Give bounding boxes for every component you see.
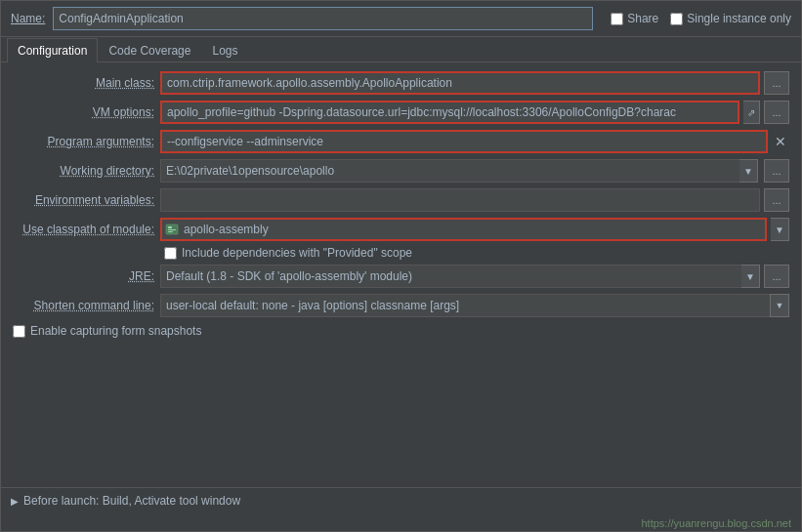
vm-options-input-wrap: ⇗ ...	[160, 101, 789, 124]
program-args-row: Program arguments: ✕	[13, 129, 789, 154]
vm-options-row: VM options: ⇗ ...	[13, 100, 789, 125]
jre-label: JRE:	[13, 269, 154, 283]
tabs-bar: Configuration Code Coverage Logs	[1, 37, 801, 62]
main-class-label: Main class:	[13, 76, 154, 90]
watermark-text: https://yuanrengu.blog.csdn.net	[642, 517, 792, 529]
tab-logs[interactable]: Logs	[201, 38, 248, 62]
program-args-input[interactable]	[160, 130, 768, 153]
vm-options-expand-button[interactable]: ⇗	[743, 101, 760, 124]
main-class-input[interactable]	[160, 71, 760, 95]
top-right-options: Share Single instance only	[611, 12, 791, 25]
before-launch-label: Before launch: Build, Activate tool wind…	[23, 494, 240, 508]
classpath-module-input[interactable]	[160, 218, 767, 241]
working-dir-select[interactable]: E:\02private\1opensource\apollo	[160, 159, 758, 183]
classpath-module-label: Use classpath of module:	[13, 223, 154, 236]
single-instance-checkbox[interactable]	[670, 13, 683, 25]
watermark: https://yuanrengu.blog.csdn.net	[1, 513, 801, 531]
before-launch-row[interactable]: ▶ Before launch: Build, Activate tool wi…	[11, 494, 791, 508]
top-bar: Name: Share Single instance only	[1, 1, 801, 37]
env-vars-input-wrap: ...	[160, 188, 789, 212]
env-vars-input[interactable]	[160, 188, 760, 212]
shorten-select-wrap: user-local default: none - java [options…	[160, 294, 789, 317]
run-configuration-dialog: Name: Share Single instance only Configu…	[0, 0, 802, 532]
env-vars-label: Environment variables:	[13, 193, 154, 207]
jre-row: JRE: Default (1.8 - SDK of 'apollo-assem…	[13, 264, 789, 289]
shorten-row: Shorten command line: user-local default…	[13, 293, 789, 318]
main-class-input-wrap: ...	[160, 71, 789, 95]
vm-options-input[interactable]	[160, 101, 739, 124]
enable-capture-row: Enable capturing form snapshots	[13, 324, 789, 338]
classpath-module-dropdown-arrow[interactable]: ▼	[771, 218, 789, 241]
jre-select[interactable]: Default (1.8 - SDK of 'apollo-assembly' …	[160, 265, 760, 288]
share-label: Share	[627, 12, 658, 25]
name-label: Name:	[11, 12, 45, 25]
enable-capture-label: Enable capturing form snapshots	[30, 324, 201, 338]
include-deps-label: Include dependencies with "Provided" sco…	[182, 246, 412, 260]
env-vars-browse-button[interactable]: ...	[764, 188, 789, 212]
classpath-module-row: Use classpath of module: ▼	[13, 217, 789, 242]
before-launch-triangle: ▶	[11, 496, 19, 507]
tab-configuration[interactable]: Configuration	[7, 38, 98, 62]
working-dir-row: Working directory: E:\02private\1opensou…	[13, 158, 789, 184]
env-vars-row: Environment variables: ...	[13, 187, 789, 213]
program-args-label: Program arguments:	[13, 135, 154, 148]
tab-content-configuration: Main class: ... VM options: ⇗ ... Progra…	[1, 62, 801, 487]
shorten-label: Shorten command line:	[13, 299, 154, 312]
include-deps-checkbox[interactable]	[164, 247, 177, 260]
shorten-select[interactable]: user-local default: none - java [options…	[160, 294, 789, 317]
include-deps-row: Include dependencies with "Provided" sco…	[164, 246, 789, 260]
jre-select-wrap: Default (1.8 - SDK of 'apollo-assembly' …	[160, 265, 760, 288]
share-checkbox-label[interactable]: Share	[611, 12, 658, 25]
single-instance-checkbox-label[interactable]: Single instance only	[670, 12, 791, 25]
working-dir-dropdown-arrow[interactable]: ▼	[739, 159, 758, 183]
name-input[interactable]	[53, 7, 593, 30]
program-args-clear-button[interactable]: ✕	[772, 130, 789, 153]
share-checkbox[interactable]	[611, 13, 623, 25]
working-dir-browse-button[interactable]: ...	[764, 159, 789, 183]
vm-options-browse-button[interactable]: ...	[764, 101, 789, 124]
enable-capture-checkbox[interactable]	[13, 325, 25, 338]
single-instance-label: Single instance only	[687, 12, 791, 25]
jre-dropdown-arrow[interactable]: ▼	[741, 265, 760, 288]
main-class-browse-button[interactable]: ...	[764, 71, 789, 95]
tab-code-coverage[interactable]: Code Coverage	[98, 38, 201, 62]
working-dir-select-wrap: E:\02private\1opensource\apollo ▼	[160, 159, 758, 183]
main-class-row: Main class: ...	[13, 70, 789, 96]
classpath-module-input-container	[160, 218, 767, 241]
program-args-input-wrap: ✕	[160, 130, 789, 153]
vm-options-label: VM options:	[13, 105, 154, 119]
jre-browse-button[interactable]: ...	[764, 265, 789, 288]
shorten-dropdown-arrow[interactable]: ▼	[770, 294, 789, 317]
before-launch-section: ▶ Before launch: Build, Activate tool wi…	[1, 487, 801, 513]
working-dir-label: Working directory:	[13, 164, 154, 178]
